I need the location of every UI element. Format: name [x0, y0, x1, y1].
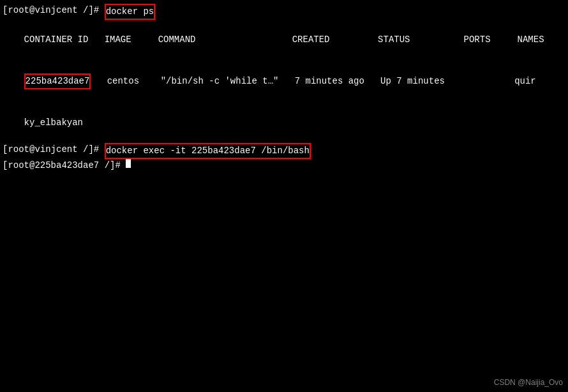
line-container-prompt: [root@225ba423dae7 /]# — [3, 159, 565, 172]
header-container-id: CONTAINER ID IMAGE COMMAND CREATED STATU… — [24, 34, 544, 45]
line-docker-exec: [root@vinjcent /]# docker exec -it 225ba… — [3, 143, 565, 159]
table-row-1-cont: ky_elbakyan — [3, 103, 565, 143]
cursor — [126, 159, 131, 168]
table-row-1: 225ba423dae7 centos "/bin/sh -c 'while t… — [3, 60, 565, 103]
container-prompt: [root@225ba423dae7 /]# — [3, 159, 126, 172]
line-docker-ps: [root@vinjcent /]# docker ps — [3, 4, 565, 20]
row-data: centos "/bin/sh -c 'while t…" 7 minutes … — [91, 76, 535, 86]
container-id-value: 225ba423dae7 — [24, 73, 91, 89]
prompt-2: [root@vinjcent /]# — [3, 143, 105, 156]
prompt-1: [root@vinjcent /]# — [3, 4, 105, 17]
container-name: ky_elbakyan — [24, 117, 83, 128]
terminal: [root@vinjcent /]# docker ps CONTAINER I… — [0, 0, 568, 392]
docker-ps-command: docker ps — [105, 4, 156, 20]
docker-exec-command: docker exec -it 225ba423dae7 /bin/bash — [105, 143, 311, 159]
table-header: CONTAINER ID IMAGE COMMAND CREATED STATU… — [3, 20, 565, 60]
watermark: CSDN @Naijia_Ovo — [494, 378, 563, 387]
